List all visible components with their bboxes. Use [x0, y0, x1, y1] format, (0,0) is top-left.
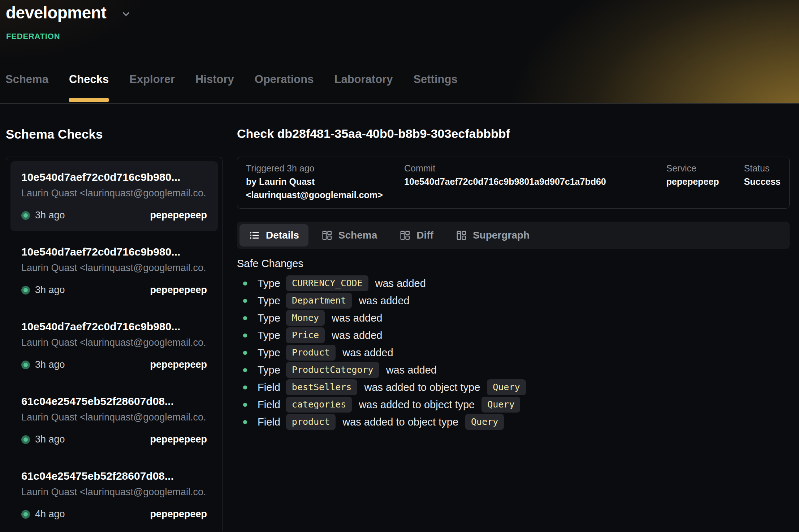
service-value: pepepepeep	[666, 175, 744, 188]
view-tab-details[interactable]: Details	[239, 224, 308, 247]
main-content: Schema Checks 10e540d7aef72c0d716c9b980.…	[0, 104, 799, 531]
change-kind: Field	[258, 416, 280, 428]
change-suffix: was added	[342, 347, 393, 359]
check-meta: 3h ago pepepepeep	[21, 210, 207, 221]
tab-laboratory[interactable]: Laboratory	[334, 73, 393, 103]
tab-schema[interactable]: Schema	[5, 73, 48, 103]
check-list-item[interactable]: 10e540d7aef72c0d716c9b980... Laurin Quas…	[10, 161, 218, 231]
check-author: Laurin Quast <laurinquast@googlemail.co.…	[21, 187, 207, 199]
tab-history[interactable]: History	[195, 73, 234, 103]
change-name-chip: Price	[286, 327, 325, 343]
commit-value: 10e540d7aef72c0d716c9b9801a9d907c1a7bd60	[404, 175, 666, 188]
change-suffix: was added to object type	[342, 416, 458, 428]
project-switcher[interactable]: development	[6, 3, 131, 22]
info-triggered: Triggered 3h ago by Laurin Quast <laurin…	[246, 163, 404, 202]
columns-icon	[321, 230, 332, 241]
check-list-item[interactable]: 10e540d7aef72c0d716c9b980... Laurin Quas…	[10, 236, 218, 306]
change-target-chip: Query	[487, 379, 526, 395]
status-dot-icon	[21, 211, 30, 220]
change-target-chip: Query	[465, 414, 504, 430]
info-service: Service pepepepeep	[666, 163, 744, 202]
columns-icon	[400, 230, 410, 241]
change-suffix: was added	[375, 278, 426, 289]
change-row: Type Price was added	[237, 327, 790, 344]
change-suffix: was added	[332, 312, 382, 324]
bullet-dot	[243, 333, 247, 337]
check-meta: 3h ago pepepepeep	[21, 284, 207, 296]
change-kind: Field	[258, 381, 280, 393]
status-dot-icon	[21, 361, 30, 369]
change-kind: Type	[258, 330, 280, 341]
safe-changes-title: Safe Changes	[237, 258, 790, 270]
check-meta: 3h ago pepepepeep	[21, 359, 207, 370]
triggered-value: by Laurin Quast <laurinquast@googlemail.…	[246, 175, 398, 202]
tab-checks[interactable]: Checks	[69, 73, 109, 103]
view-tab-label: Diff	[416, 230, 433, 241]
change-name-chip: Money	[286, 310, 325, 326]
info-commit: Commit 10e540d7aef72c0d716c9b9801a9d907c…	[404, 163, 666, 202]
chevron-down-icon[interactable]	[121, 9, 131, 19]
tab-settings[interactable]: Settings	[413, 73, 457, 103]
change-row: Field product was added to object type Q…	[237, 413, 790, 431]
columns-icon	[456, 230, 467, 241]
safe-changes-list: Type CURRENCY_CODE was added Type Depart…	[237, 275, 790, 431]
change-kind: Type	[258, 295, 280, 307]
change-kind: Type	[258, 364, 280, 376]
change-name-chip: ProductCategory	[286, 362, 379, 378]
check-id: 10e540d7aef72c0d716c9b980...	[21, 171, 207, 184]
list-icon	[249, 230, 260, 241]
check-info-box: Triggered 3h ago by Laurin Quast <laurin…	[237, 157, 790, 209]
view-tab-label: Supergraph	[473, 230, 530, 241]
change-kind: Type	[258, 278, 280, 289]
bullet-dot	[243, 403, 247, 407]
check-list-item[interactable]: 10e540d7aef72c0d716c9b980... Laurin Quas…	[10, 311, 218, 380]
change-name-chip: product	[286, 414, 336, 430]
view-tab-diff[interactable]: Diff	[390, 224, 443, 247]
change-name-chip: bestSellers	[286, 379, 358, 395]
check-author: Laurin Quast <laurinquast@googlemail.co.…	[21, 411, 207, 423]
bullet-dot	[243, 316, 247, 320]
view-tab-supergraph[interactable]: Supergraph	[446, 224, 539, 247]
change-name-chip: Department	[286, 293, 352, 309]
change-row: Type CURRENCY_CODE was added	[237, 275, 790, 292]
bullet-dot	[243, 368, 247, 372]
app-header: development FEDERATION Schema Checks Exp…	[0, 0, 799, 104]
check-list-item[interactable]: 61c04e25475eb52f28607d08... Laurin Quast…	[10, 460, 218, 530]
commit-label: Commit	[404, 163, 666, 174]
view-tab-label: Schema	[338, 230, 377, 241]
change-row: Type ProductCategory was added	[237, 361, 790, 379]
check-detail-title: Check db28f481-35aa-40b0-b8b9-303ecfabbb…	[237, 126, 790, 141]
change-suffix: was added to object type	[359, 399, 475, 411]
check-id: 61c04e25475eb52f28607d08...	[21, 395, 207, 408]
status-label: Status	[744, 163, 781, 174]
check-service: pepepepeep	[150, 434, 207, 445]
tab-explorer[interactable]: Explorer	[129, 73, 175, 103]
check-list-item[interactable]: 61c04e25475eb52f28607d08... Laurin Quast…	[10, 385, 218, 455]
check-id: 10e540d7aef72c0d716c9b980...	[21, 245, 207, 258]
change-kind: Field	[258, 399, 280, 411]
status-value: Success	[744, 175, 781, 188]
check-author: Laurin Quast <laurinquast@googlemail.co.…	[21, 486, 207, 498]
change-name-chip: Product	[286, 345, 336, 361]
main-nav: Schema Checks Explorer History Operation…	[5, 73, 458, 103]
change-row: Field categories was added to object typ…	[237, 396, 790, 413]
change-suffix: was added	[359, 295, 409, 307]
status-dot-icon	[21, 286, 30, 295]
check-service: pepepepeep	[150, 359, 207, 370]
check-view-tabs: Details Schema Diff	[237, 222, 790, 249]
bullet-dot	[243, 420, 247, 424]
change-kind: Type	[258, 347, 280, 359]
bullet-dot	[243, 385, 247, 389]
service-label: Service	[666, 163, 744, 174]
bullet-dot	[243, 282, 247, 285]
check-time: 3h ago	[35, 284, 65, 296]
status-dot-icon	[21, 435, 30, 444]
view-tab-schema[interactable]: Schema	[312, 224, 386, 247]
tab-operations[interactable]: Operations	[255, 73, 314, 103]
info-status: Status Success	[744, 163, 781, 202]
check-time: 4h ago	[35, 509, 65, 520]
schema-checks-sidebar: Schema Checks 10e540d7aef72c0d716c9b980.…	[6, 104, 223, 531]
check-time: 3h ago	[35, 434, 65, 445]
change-row: Type Money was added	[237, 309, 790, 327]
check-list: 10e540d7aef72c0d716c9b980... Laurin Quas…	[6, 157, 223, 531]
